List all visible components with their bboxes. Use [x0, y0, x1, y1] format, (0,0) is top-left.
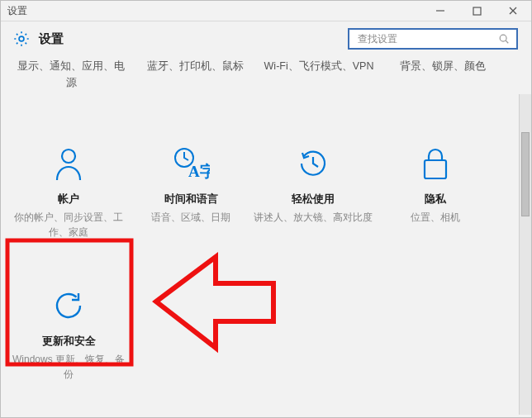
update-security-icon [9, 286, 128, 325]
tiles-grid: 帐户 你的帐户、同步设置、工作、家庭 A字 时间和语言 语音、区域、日期 [1, 140, 520, 415]
settings-window: 设置 设置 [0, 0, 532, 418]
content-area: 帐户 你的帐户、同步设置、工作、家庭 A字 时间和语言 语音、区域、日期 [1, 94, 531, 415]
tile-privacy[interactable]: 隐私 位置、相机 [374, 140, 496, 243]
time-language-icon: A字 [131, 144, 250, 183]
maximize-button[interactable] [458, 1, 495, 21]
tile-ease-of-access[interactable]: 轻松使用 讲述人、放大镜、高对比度 [252, 140, 374, 243]
tile-accounts[interactable]: 帐户 你的帐户、同步设置、工作、家庭 [7, 140, 130, 243]
header: 设置 [1, 21, 531, 55]
tile-subtitle: 你的帐户、同步设置、工作、家庭 [9, 210, 128, 240]
tile-title: 隐私 [376, 192, 495, 207]
minimize-icon [435, 6, 445, 16]
page-title: 设置 [39, 31, 64, 47]
privacy-icon [376, 144, 495, 183]
scrollbar[interactable] [519, 94, 531, 415]
ease-of-access-icon [254, 144, 373, 183]
search-input[interactable] [356, 32, 498, 45]
category-descriptions: 显示、通知、应用、电源 蓝牙、打印机、鼠标 Wi-Fi、飞行模式、VPN 背景、… [1, 55, 531, 94]
tile-time-language[interactable]: A字 时间和语言 语音、区域、日期 [130, 140, 252, 243]
gear-icon [12, 30, 31, 48]
tile-title: 轻松使用 [254, 192, 373, 207]
tile-update-security[interactable]: 更新和安全 Windows 更新、恢复、备份 [7, 283, 130, 385]
category-network[interactable]: Wi-Fi、飞行模式、VPN [257, 58, 381, 91]
tile-subtitle: 位置、相机 [376, 210, 495, 225]
svg-rect-10 [425, 160, 446, 178]
search-icon [498, 33, 510, 45]
tile-title: 更新和安全 [9, 334, 128, 349]
svg-point-7 [62, 150, 75, 163]
tile-title: 时间和语言 [131, 192, 250, 207]
window-title: 设置 [7, 1, 27, 21]
tile-subtitle: Windows 更新、恢复、备份 [9, 352, 128, 382]
accounts-icon [9, 144, 128, 183]
window-controls [422, 1, 531, 21]
tile-subtitle: 语音、区域、日期 [131, 210, 250, 225]
category-system[interactable]: 显示、通知、应用、电源 [9, 58, 133, 91]
minimize-button[interactable] [422, 1, 458, 21]
close-button[interactable] [495, 1, 531, 21]
tile-title: 帐户 [9, 192, 128, 207]
svg-point-5 [500, 35, 506, 41]
svg-point-4 [19, 36, 24, 41]
titlebar: 设置 [1, 1, 531, 21]
svg-line-6 [506, 40, 508, 43]
tile-subtitle: 讲述人、放大镜、高对比度 [254, 210, 373, 225]
close-icon [508, 6, 518, 16]
svg-text:A字: A字 [188, 163, 210, 180]
category-personal[interactable]: 背景、锁屏、颜色 [381, 58, 505, 91]
svg-rect-1 [473, 7, 481, 15]
search-box[interactable] [348, 28, 518, 50]
category-devices[interactable]: 蓝牙、打印机、鼠标 [133, 58, 257, 91]
scrollbar-thumb[interactable] [521, 132, 530, 216]
maximize-icon [473, 7, 482, 16]
